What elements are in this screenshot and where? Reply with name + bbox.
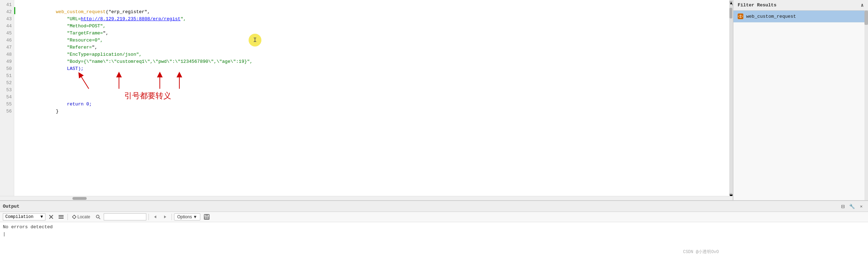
line-num-49: 49	[2, 58, 12, 65]
code-line-41	[17, 1, 726, 9]
line-num-55: 55	[2, 101, 12, 108]
toolbar-separator-2	[148, 214, 149, 220]
line-num-53: 53	[2, 87, 12, 94]
save-icon	[204, 214, 210, 220]
filter-item-icon	[738, 13, 743, 19]
save-btn[interactable]	[202, 213, 212, 221]
locate-label: Locate	[77, 214, 90, 219]
scroll-track[interactable]	[729, 4, 732, 193]
code-line-48: "EncType=application/json",	[17, 51, 726, 58]
h-scrollbar[interactable]	[0, 196, 733, 200]
str-referer: "Referer=	[67, 44, 92, 51]
options-label: Options	[177, 214, 192, 219]
filter-panel-inner: web_custom_request	[733, 11, 868, 200]
toolbar-separator-1	[67, 214, 68, 220]
str-body: "Body={\"name\":\"customreq1\",\"pwd\":\…	[67, 58, 253, 65]
str-url-end: ",	[180, 16, 186, 23]
svg-rect-10	[59, 218, 64, 219]
filter-title: Filter Results	[738, 2, 776, 8]
compilation-label: Compilation	[5, 214, 33, 219]
kw-return: return 0;	[67, 101, 92, 108]
cursor-icon: I	[249, 34, 261, 47]
code-line-44: "Method=POST",	[17, 23, 726, 30]
str-targetframe: "TargetFrame=	[67, 30, 103, 37]
filter-header: Filter Results ∧	[733, 0, 868, 11]
scroll-down-arrow[interactable]: ▼	[729, 193, 732, 196]
code-lines[interactable]: web_custom_request("erp_register", "URL=…	[14, 0, 729, 196]
output-content: No errors detected |	[0, 222, 868, 257]
output-panel: Output ⊟ 🔧 × Compilation ▼	[0, 200, 868, 257]
str-method: "Method=POST",	[67, 23, 105, 30]
str-url-prefix: "URL=	[67, 16, 81, 23]
h-scrollbar-thumb[interactable]	[72, 197, 87, 200]
line-num-51: 51	[2, 72, 12, 80]
svg-marker-18	[154, 215, 156, 218]
filter-collapse-btn[interactable]: ∧	[861, 2, 864, 8]
line-num-45: 45	[2, 30, 12, 37]
code-line-55: return 0;	[17, 101, 726, 108]
options-arrow: ▼	[193, 214, 197, 219]
svg-rect-9	[59, 217, 64, 217]
line-num-41: 41	[2, 1, 12, 9]
line-num-44: 44	[2, 23, 12, 30]
code-line-56: }	[17, 108, 726, 115]
output-close-btn[interactable]: ×	[857, 202, 865, 210]
prev-result-btn[interactable]	[151, 213, 159, 221]
line-num-52: 52	[2, 80, 12, 87]
v-scrollbar[interactable]: ▲ ▼	[729, 0, 733, 196]
code-editor: 41 42 43 44 45 46 47 48 49 50 51 52 53 5…	[0, 0, 733, 200]
code-line-42: web_custom_request("erp_register",	[17, 9, 726, 16]
search-btn[interactable]	[94, 213, 102, 221]
scroll-thumb[interactable]	[729, 8, 732, 18]
search-input[interactable]	[104, 213, 146, 220]
svg-rect-8	[59, 215, 64, 216]
line-num-46: 46	[2, 37, 12, 44]
line-num-48: 48	[2, 51, 12, 58]
filter-scroll-thumb[interactable]	[864, 11, 868, 25]
line-num-54: 54	[2, 94, 12, 101]
next-result-btn[interactable]	[161, 213, 169, 221]
code-line-43: "URL=http://8.129.219.235:8808/erp/regis…	[17, 16, 726, 23]
svg-line-17	[99, 218, 100, 219]
clear-btn[interactable]	[47, 213, 55, 221]
svg-rect-23	[206, 217, 208, 219]
list-icon	[59, 215, 64, 219]
code-line-51	[17, 72, 726, 80]
str-enctype: "EncType=application/json",	[67, 51, 142, 58]
svg-point-11	[73, 215, 76, 218]
watermark: CSDN @小透明OvO	[683, 249, 719, 255]
output-float-btn[interactable]: ⊟	[839, 202, 847, 210]
svg-marker-19	[164, 215, 166, 218]
options-btn[interactable]: Options ▼	[174, 213, 200, 220]
filter-item-0[interactable]: web_custom_request	[733, 11, 868, 22]
locate-icon	[72, 215, 76, 219]
output-controls: ⊟ 🔧 ×	[839, 202, 865, 210]
web-icon	[738, 14, 743, 19]
code-line-54	[17, 94, 726, 101]
annotation-text: 引号都要转义	[124, 92, 171, 99]
code-line-47: "Referer=",	[17, 44, 726, 51]
next-icon	[163, 215, 167, 219]
output-pin-btn[interactable]: 🔧	[848, 202, 856, 210]
scroll-up-arrow[interactable]: ▲	[729, 1, 732, 4]
output-cursor: |	[3, 231, 865, 238]
output-header: Output ⊟ 🔧 ×	[0, 201, 868, 212]
output-line-1: No errors detected	[3, 224, 865, 231]
line-numbers: 41 42 43 44 45 46 47 48 49 50 51 52 53 5…	[0, 0, 14, 196]
kw-last: LAST);	[67, 65, 83, 72]
url-link[interactable]: http://8.129.219.235:8808/erp/regist	[81, 16, 180, 23]
code-line-49: "Body={\"name\":\"customreq1\",\"pwd\":\…	[17, 58, 726, 65]
locate-btn[interactable]: Locate	[70, 214, 92, 220]
compilation-dropdown[interactable]: Compilation ▼	[3, 213, 45, 220]
code-content: 41 42 43 44 45 46 47 48 49 50 51 52 53 5…	[0, 0, 733, 196]
filter-v-scrollbar[interactable]	[864, 11, 868, 200]
toolbar-separator-3	[172, 214, 172, 220]
code-line-53	[17, 87, 726, 94]
line-num-42: 42	[2, 9, 12, 16]
search-icon	[96, 214, 101, 219]
svg-point-16	[96, 215, 99, 218]
line-num-50: 50	[2, 65, 12, 72]
list-view-btn[interactable]	[57, 213, 65, 221]
output-title: Output	[3, 204, 20, 209]
code-line-50: LAST);	[17, 65, 726, 72]
